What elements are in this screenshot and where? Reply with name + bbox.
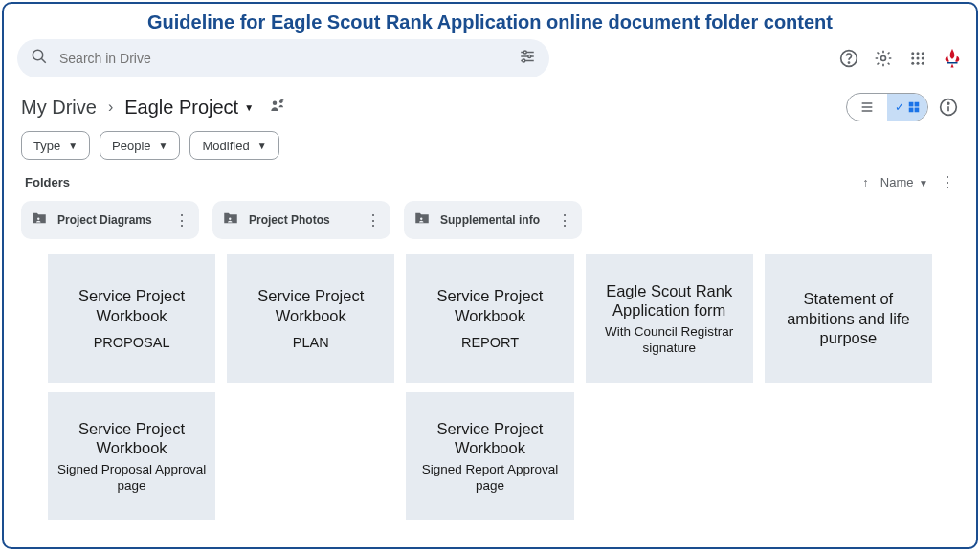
empty-cell [586,392,753,520]
fleur-de-lis-icon[interactable] [942,48,963,69]
file-card[interactable]: Service Project Workbook Signed Proposal… [48,392,215,520]
svg-rect-28 [914,108,919,113]
svg-point-15 [917,57,920,60]
tune-icon[interactable] [519,48,536,69]
gear-icon[interactable] [873,48,894,69]
svg-point-9 [848,62,849,63]
svg-point-17 [911,62,914,65]
svg-line-1 [41,58,46,63]
search-icon [31,48,48,70]
svg-point-18 [917,62,920,65]
file-card[interactable]: Service Project Workbook PLAN [227,254,394,383]
file-title: Service Project Workbook [54,419,210,458]
breadcrumb: My Drive › Eagle Project ▼ ✓ [4,77,976,131]
file-title: Statement of ambitions and life purpose [770,289,926,348]
shared-folder-icon [222,209,239,231]
svg-rect-26 [914,102,919,107]
filter-people-label: People [112,139,150,153]
empty-cell [765,392,932,520]
folder-more-icon[interactable]: ⋮ [366,211,381,230]
sort-field[interactable]: Name ▼ [880,175,928,189]
svg-point-0 [33,50,43,60]
filter-type[interactable]: Type▼ [21,131,90,160]
svg-point-14 [911,57,914,60]
search-input[interactable] [59,51,507,66]
file-title: Eagle Scout Rank Application form [591,281,747,320]
svg-point-13 [922,52,924,55]
file-card[interactable]: Service Project Workbook PROPOSAL [48,254,215,383]
file-title: Service Project Workbook [412,419,568,458]
svg-point-10 [881,56,886,61]
search-bar[interactable] [17,39,549,77]
breadcrumb-root[interactable]: My Drive [21,97,97,119]
share-icon[interactable] [269,97,286,118]
shared-folder-icon [413,209,431,231]
svg-point-32 [37,218,39,220]
file-title: Service Project Workbook [412,286,568,325]
folder-more-icon[interactable]: ⋮ [557,211,572,230]
folder-chip[interactable]: Project Photos ⋮ [212,201,390,239]
list-view-button[interactable] [847,94,887,121]
filter-type-label: Type [33,139,60,153]
page-title: Guideline for Eagle Scout Rank Applicati… [4,4,976,39]
file-subtitle: PROPOSAL [94,334,170,351]
folders-section-label: Folders [25,175,70,189]
filter-people[interactable]: People▼ [100,131,180,160]
grid-view-button[interactable]: ✓ [887,94,927,121]
file-card[interactable]: Service Project Workbook Signed Report A… [406,392,573,520]
svg-point-5 [528,55,531,58]
file-subtitle: Signed Report Approval page [412,462,568,495]
help-icon[interactable] [838,48,859,69]
svg-rect-25 [908,102,913,107]
file-card[interactable]: Eagle Scout Rank Application form With C… [586,254,753,383]
info-icon[interactable] [938,97,959,118]
shared-folder-icon [31,209,48,231]
folder-chip[interactable]: Project Diagrams ⋮ [21,201,199,239]
folder-name: Supplemental info [440,213,547,227]
folder-name: Project Photos [249,213,356,227]
breadcrumb-current-label: Eagle Project [124,97,238,119]
apps-icon[interactable] [907,48,928,69]
caret-down-icon: ▼ [68,141,78,151]
view-toggle: ✓ [846,93,928,121]
file-subtitle: PLAN [293,334,329,351]
svg-point-20 [273,101,278,106]
svg-point-3 [523,51,526,54]
folder-chip[interactable]: Supplemental info ⋮ [404,201,582,239]
file-subtitle: With Council Registrar signature [591,324,747,357]
file-card[interactable]: Statement of ambitions and life purpose [765,254,932,383]
folder-name: Project Diagrams [57,213,165,227]
empty-cell [227,392,394,520]
svg-point-16 [922,57,924,60]
sort-direction-icon[interactable]: ↑ [862,175,869,189]
folder-more-icon[interactable]: ⋮ [174,211,189,230]
filter-modified-label: Modified [202,139,249,153]
svg-point-34 [420,218,422,220]
filter-modified[interactable]: Modified▼ [189,131,278,160]
chevron-right-icon: › [106,99,115,116]
check-icon: ✓ [895,100,904,114]
file-card[interactable]: Service Project Workbook REPORT [406,254,573,383]
file-subtitle: Signed Proposal Approval page [54,462,210,495]
breadcrumb-current[interactable]: Eagle Project ▼ [124,97,254,119]
caret-down-icon: ▼ [257,141,267,151]
svg-point-19 [922,62,924,65]
file-title: Service Project Workbook [233,286,389,325]
svg-point-7 [523,59,525,62]
caret-down-icon: ▼ [244,102,254,113]
caret-down-icon: ▼ [159,141,168,151]
file-subtitle: REPORT [461,334,519,351]
file-title: Service Project Workbook [54,286,210,325]
svg-point-12 [917,52,920,55]
svg-point-33 [229,218,231,220]
svg-point-11 [911,52,914,55]
svg-rect-27 [908,108,913,113]
more-options-icon[interactable]: ⋮ [940,173,955,191]
sort-field-label: Name [880,175,914,189]
caret-down-icon: ▼ [919,178,928,188]
svg-point-31 [947,102,949,104]
